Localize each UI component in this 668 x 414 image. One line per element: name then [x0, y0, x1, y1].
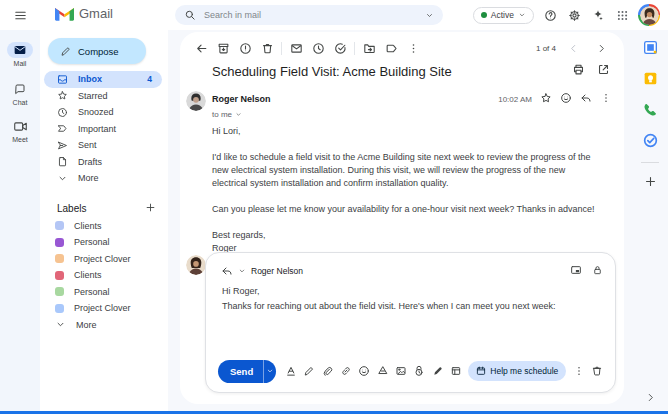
search-input[interactable]: Search in mail [175, 5, 443, 25]
account-avatar[interactable] [638, 4, 660, 26]
report-spam-button[interactable] [234, 38, 256, 58]
sidebar-item-starred[interactable]: Starred [44, 88, 162, 105]
label-color-swatch [55, 271, 64, 280]
user-avatar-image [640, 6, 659, 25]
message-header: Roger Nelson 10:02 AM [212, 90, 612, 119]
label-item[interactable]: Clients [40, 218, 168, 235]
create-label-button[interactable] [145, 202, 156, 215]
delete-button[interactable] [256, 38, 278, 58]
rail-label-meet: Meet [12, 136, 28, 143]
mark-unread-button[interactable] [285, 38, 307, 58]
label-item[interactable]: Project Clover [40, 300, 168, 317]
sidebar-item-drafts[interactable]: Drafts [44, 154, 162, 171]
star-icon [540, 92, 552, 104]
get-addons-button[interactable] [632, 167, 668, 195]
insert-template-button[interactable] [448, 361, 464, 381]
calendar-app-button[interactable] [632, 33, 668, 61]
star-button[interactable] [540, 90, 552, 108]
confidential-lock-button[interactable] [592, 262, 603, 280]
draft-file-icon [57, 156, 68, 167]
reply-recipient[interactable]: Roger Nelson [251, 266, 303, 276]
send-plane-icon [57, 140, 68, 151]
labels-list: Clients Personal Project Clover Clients … [40, 218, 168, 334]
reply-greeting[interactable]: Hi Roger, [222, 286, 260, 296]
insert-emoji-button[interactable] [356, 361, 372, 381]
discard-draft-button[interactable] [589, 361, 605, 381]
gmail-logo: Gmail [55, 6, 113, 21]
label-item[interactable]: Personal [40, 234, 168, 251]
add-to-tasks-button[interactable] [329, 38, 351, 58]
chevron-right-icon [596, 43, 607, 54]
rail-item-chat[interactable]: Chat [0, 81, 40, 106]
archive-button[interactable] [212, 38, 234, 58]
search-options-chevron-icon[interactable] [425, 11, 434, 20]
label-button[interactable] [380, 38, 402, 58]
popout-reply-button[interactable] [570, 262, 582, 280]
search-placeholder: Search in mail [204, 10, 417, 20]
more-options-button[interactable] [402, 38, 424, 58]
apps-grid-icon [616, 9, 629, 22]
rail-item-mail[interactable]: Mail [0, 42, 40, 67]
sender-avatar[interactable] [186, 91, 206, 111]
insert-link-button[interactable] [338, 361, 354, 381]
reply-button[interactable] [580, 90, 592, 108]
compose-button[interactable]: Compose [48, 38, 146, 64]
reply-compose-box[interactable]: Roger Nelson Hi Roger, Thanks for reachi… [205, 252, 616, 393]
gemini-button[interactable] [590, 7, 606, 23]
snooze-button[interactable] [307, 38, 329, 58]
move-to-button[interactable] [358, 38, 380, 58]
voice-app-button[interactable] [632, 95, 668, 123]
back-button[interactable] [190, 38, 212, 58]
newer-button[interactable] [562, 38, 584, 58]
keep-app-button[interactable] [632, 64, 668, 92]
label-item[interactable]: Project Clover [40, 251, 168, 268]
help-button[interactable] [542, 7, 558, 23]
body-paragraph: Can you please let me know your availabi… [212, 203, 602, 216]
tasks-app-button[interactable] [632, 126, 668, 154]
pen-icon [303, 365, 315, 377]
rail-item-meet[interactable]: Meet [0, 118, 40, 143]
folder-move-icon [363, 42, 376, 55]
label-item[interactable]: Clients [40, 267, 168, 284]
apps-grid-button[interactable] [614, 7, 630, 23]
print-button[interactable] [572, 62, 585, 80]
compose-more-button[interactable] [570, 361, 586, 381]
send-options-button[interactable] [264, 360, 276, 383]
confidential-mode-button[interactable] [411, 361, 427, 381]
sidebar-item-sent[interactable]: Sent [44, 137, 162, 154]
settings-button[interactable] [566, 7, 582, 23]
compose-label: Compose [78, 46, 119, 57]
pagination-label: 1 of 4 [536, 44, 556, 53]
collapse-panel-button[interactable] [632, 392, 668, 403]
thread-card: 1 of 4 Scheduling Field Visit: Acme Buil… [180, 32, 624, 404]
chat-status-chip[interactable]: Active [473, 7, 534, 24]
reply-type-chevron-icon[interactable] [238, 267, 246, 275]
vertical-dots-icon [407, 42, 420, 55]
help-me-schedule-chip[interactable]: Help me schedule [468, 361, 566, 381]
sidebar-item-more[interactable]: More [44, 170, 162, 187]
attach-file-button[interactable] [319, 361, 335, 381]
main-menu-icon[interactable] [10, 7, 30, 23]
help-icon [544, 9, 557, 22]
report-spam-icon [239, 42, 252, 55]
label-item[interactable]: Personal [40, 284, 168, 301]
emoji-reaction-button[interactable] [560, 90, 572, 108]
send-button[interactable]: Send [218, 360, 276, 383]
insert-drive-file-button[interactable] [374, 361, 390, 381]
open-in-new-button[interactable] [597, 62, 610, 80]
older-button[interactable] [590, 38, 612, 58]
insert-signature-button[interactable] [430, 361, 446, 381]
sidebar-item-inbox[interactable]: Inbox 4 [44, 71, 162, 88]
reply-author-avatar[interactable] [186, 255, 206, 275]
recipient-toggle[interactable]: to me [212, 110, 612, 119]
rail-label-chat: Chat [13, 99, 28, 106]
sidebar-item-important[interactable]: Important [44, 121, 162, 138]
sender-name: Roger Nelson [212, 94, 271, 104]
labels-more[interactable]: More [40, 317, 168, 334]
message-more-button[interactable] [600, 90, 612, 108]
formatting-options-button[interactable] [283, 361, 299, 381]
sidebar-item-snoozed[interactable]: Snoozed [44, 104, 162, 121]
help-me-write-button[interactable] [301, 361, 317, 381]
insert-photo-button[interactable] [393, 361, 409, 381]
reply-body-text[interactable]: Thanks for reaching out about the field … [222, 301, 599, 311]
